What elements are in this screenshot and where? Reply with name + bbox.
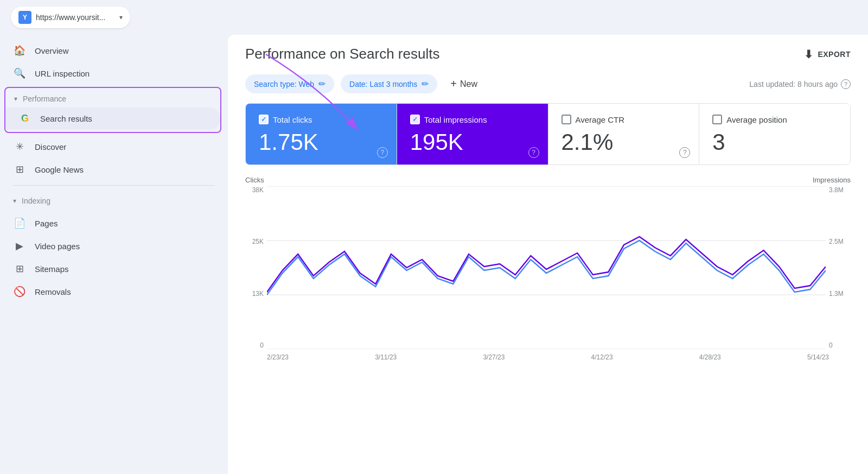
performance-header[interactable]: ▾ Performance [5,90,220,108]
edit-icon-date: ✏ [422,79,429,89]
sidebar-item-pages-label: Pages [35,219,58,228]
export-label: EXPORT [818,50,851,59]
x-label-2: 3/11/23 [375,353,397,361]
impressions-help-icon: ? [528,147,539,158]
ctr-label: Average CTR [576,115,625,124]
last-updated-text: Last updated: 8 hours ago [749,80,838,89]
position-label: Average position [726,115,787,124]
y-left-0: 0 [245,342,264,349]
ctr-help[interactable]: ? [679,147,690,158]
edit-icon: ✏ [318,79,326,89]
sidebar: 🏠 Overview 🔍 URL inspection ▾ Performanc… [0,35,228,474]
sidebar-item-sitemaps[interactable]: ⊞ Sitemaps [0,257,221,280]
sidebar-item-google-news-label: Google News [35,165,84,174]
impressions-help[interactable]: ? [528,147,539,158]
metrics-row: Total clicks 1.75K ? Total impressions 1… [245,103,851,165]
x-label-3: 3/27/23 [483,353,505,361]
search-type-filter[interactable]: Search type: Web ✏ [245,74,334,93]
site-url: https://www.yoursit... [36,13,115,22]
y-left-13k: 13K [245,290,264,298]
metric-total-clicks[interactable]: Total clicks 1.75K ? [246,104,397,165]
news-icon: ⊞ [13,163,26,175]
sidebar-item-pages[interactable]: 📄 Pages [0,212,221,235]
performance-label: Performance [23,94,66,103]
impressions-label: Total impressions [424,115,487,124]
sitemaps-icon: ⊞ [13,263,26,275]
impressions-checkbox[interactable] [410,115,420,124]
sidebar-item-discover[interactable]: ✳ Discover [0,135,221,158]
y-axis-right: 3.8M 2.5M 1.3M 0 [826,186,851,349]
metric-position-header: Average position [712,115,837,124]
performance-section: ▾ Performance G Search results [4,87,221,133]
clicks-value: 1.75K [259,131,384,154]
ctr-checkbox[interactable] [561,115,571,124]
x-label-6: 5/14/23 [807,353,829,361]
last-updated: Last updated: 8 hours ago ? [749,79,851,89]
performance-chevron-icon: ▾ [14,95,17,103]
date-label: Date: Last 3 months [349,80,417,89]
sidebar-item-search-results-label: Search results [40,114,92,123]
chart-container: Clicks Impressions 38K 25K 13K 0 [228,165,868,474]
content-header: Performance on Search results ⬇ EXPORT [228,35,868,73]
chevron-down-icon: ▾ [119,14,123,21]
main-layout: 🏠 Overview 🔍 URL inspection ▾ Performanc… [0,35,868,474]
position-value: 3 [712,131,837,154]
metric-avg-position[interactable]: Average position 3 [699,104,850,165]
sidebar-item-discover-label: Discover [35,142,66,151]
search-icon: 🔍 [13,67,26,79]
chart-svg [267,186,826,349]
export-button[interactable]: ⬇ EXPORT [804,48,851,61]
clicks-checkbox[interactable] [259,115,269,124]
top-bar: Y https://www.yoursit... ▾ [0,0,868,35]
help-icon[interactable]: ? [841,79,851,89]
y-right-0: 0 [829,342,851,349]
y-right-2.5m: 2.5M [829,238,851,245]
video-icon: ▶ [13,240,26,252]
sidebar-item-video-pages-label: Video pages [35,242,80,251]
metric-clicks-header: Total clicks [259,115,384,124]
ctr-help-icon: ? [679,147,690,158]
divider [13,185,215,186]
y-right-1.3m: 1.3M [829,290,851,298]
home-icon: 🏠 [13,45,26,56]
sidebar-item-overview[interactable]: 🏠 Overview [0,39,221,62]
search-type-label: Search type: Web [254,80,314,89]
google-icon: G [18,113,31,124]
sidebar-item-search-results[interactable]: G Search results [5,108,220,130]
x-label-1: 2/23/23 [267,353,289,361]
site-selector[interactable]: Y https://www.yoursit... ▾ [11,7,130,28]
impressions-line [267,237,826,292]
sidebar-item-sitemaps-label: Sitemaps [35,264,69,274]
y-axis-left: 38K 25K 13K 0 [245,186,267,349]
sidebar-item-google-news[interactable]: ⊞ Google News [0,158,221,181]
date-filter[interactable]: Date: Last 3 months ✏ [341,74,437,93]
indexing-label: Indexing [22,197,50,205]
position-checkbox[interactable] [712,115,722,124]
clicks-label: Total clicks [273,115,312,124]
chart-right-axis-label: Impressions [813,176,851,184]
sidebar-item-url-inspection-label: URL inspection [35,69,90,78]
sidebar-item-removals[interactable]: 🚫 Removals [0,280,221,303]
indexing-header[interactable]: ▾ Indexing [0,190,228,212]
filter-bar: Search type: Web ✏ Date: Last 3 months ✏… [228,73,868,103]
export-icon: ⬇ [804,48,814,61]
pages-icon: 📄 [13,217,26,229]
x-label-5: 4/28/23 [699,353,721,361]
clicks-line [267,241,826,295]
indexing-chevron-icon: ▾ [13,197,16,205]
metric-impressions-header: Total impressions [410,115,535,124]
new-button[interactable]: + New [444,73,484,94]
content-area: Performance on Search results ⬇ EXPORT S… [228,35,868,474]
metric-avg-ctr[interactable]: Average CTR 2.1% ? [548,104,700,165]
metric-ctr-header: Average CTR [561,115,686,124]
clicks-help[interactable]: ? [377,147,388,158]
site-favicon: Y [18,11,31,24]
chart-labels-top: Clicks Impressions [245,176,851,184]
metric-total-impressions[interactable]: Total impressions 195K ? [397,104,548,165]
y-right-3.8m: 3.8M [829,186,851,194]
discover-icon: ✳ [13,141,26,153]
impressions-value: 195K [410,131,535,154]
sidebar-item-video-pages[interactable]: ▶ Video pages [0,235,221,257]
sidebar-item-url-inspection[interactable]: 🔍 URL inspection [0,62,221,85]
chart-x-labels: 2/23/23 3/11/23 3/27/23 4/12/23 4/28/23 … [267,353,829,361]
